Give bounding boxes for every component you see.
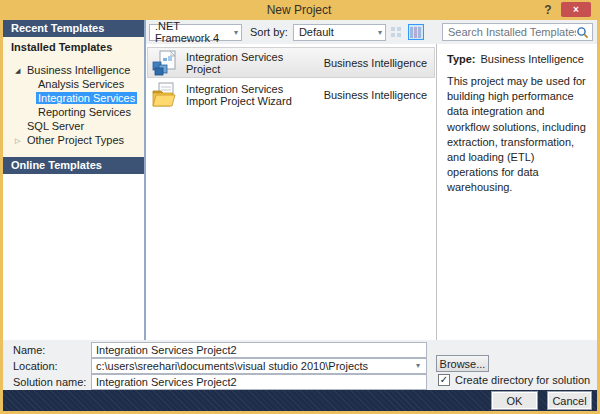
template-name: Integration Services Import Project Wiza… [186,83,315,107]
create-directory-label: Create directory for solution [455,374,590,386]
expander-collapsed-icon[interactable]: ▷ [15,134,20,148]
sidebar-item-recent-templates[interactable]: Recent Templates [3,20,144,37]
sidebar-item-online-templates[interactable]: Online Templates [3,157,144,174]
search-icon[interactable] [576,26,589,39]
import-project-wizard-icon [151,82,177,108]
help-icon[interactable]: ? [535,3,561,17]
tree-item-sql-server[interactable]: SQL Server [3,119,144,133]
small-icons-view-button[interactable] [389,24,405,40]
tree-item-integration-services[interactable]: Integration Services [3,91,144,105]
create-directory-option[interactable]: ✓ Create directory for solution [438,374,590,386]
project-form: Name: Location: ▾ Browse... Solution nam… [3,340,597,390]
medium-icons-view-icon [410,27,421,38]
expander-expanded-icon[interactable]: ◢ [15,64,20,78]
integration-services-project-icon [151,50,177,76]
installed-templates-section: Installed Templates ◢ Business Intellige… [3,37,144,157]
sort-by-label: Sort by: [250,26,288,38]
cancel-button[interactable]: Cancel [547,391,592,410]
location-label: Location: [13,360,58,372]
type-value: Business Intelligence [481,53,584,65]
template-row-import-project-wizard[interactable]: Integration Services Import Project Wiza… [147,79,435,110]
template-category: Business Intelligence [324,89,427,101]
template-toolbar: .NET Framework 4 ▾ Sort by: Default ▾ [146,20,597,44]
template-name: Integration Services Project [186,51,315,75]
template-type-line: Type:Business Intelligence [447,53,587,65]
browse-button[interactable]: Browse... [436,355,489,372]
ok-button[interactable]: OK [491,391,538,410]
title-bar[interactable]: New Project ? × [3,0,597,20]
name-field[interactable] [91,342,427,358]
template-row-integration-services-project[interactable]: Integration Services Project Business In… [147,47,435,78]
search-box [442,23,593,41]
tree-item-analysis-services[interactable]: Analysis Services [3,77,144,91]
framework-dropdown[interactable]: .NET Framework 4 ▾ [149,24,242,41]
tree-item-other-project-types[interactable]: ▷ Other Project Types [3,133,144,147]
close-icon[interactable]: × [561,2,591,17]
sidebar-item-installed-templates[interactable]: Installed Templates [3,37,144,56]
solution-name-field[interactable] [91,374,427,390]
framework-value: .NET Framework 4 [155,20,230,44]
name-label: Name: [13,344,45,356]
medium-icons-view-button[interactable] [408,24,424,40]
tree-item-reporting-services[interactable]: Reporting Services [3,105,144,119]
category-tree: ◢ Business Intelligence Analysis Service… [3,56,144,157]
tree-item-business-intelligence[interactable]: ◢ Business Intelligence [3,63,144,77]
location-field[interactable] [91,358,427,374]
chevron-down-icon: ▾ [234,28,238,37]
template-info-panel: Type:Business Intelligence This project … [437,44,597,340]
sidebar-empty-area [3,174,144,340]
solution-name-label: Solution name: [13,376,86,388]
type-label: Type: [447,53,476,65]
small-icons-view-icon [391,27,402,38]
template-panels: Integration Services Project Business In… [146,44,597,340]
template-description: This project may be used for building hi… [447,74,587,195]
sort-dropdown[interactable]: Default ▾ [293,24,386,41]
location-chevron-down-icon[interactable]: ▾ [411,361,425,370]
main-area: .NET Framework 4 ▾ Sort by: Default ▾ [146,20,597,340]
template-category-sidebar: Recent Templates Installed Templates ◢ B… [3,20,146,340]
chevron-down-icon: ▾ [378,28,382,37]
search-input[interactable] [448,26,576,38]
new-project-dialog: New Project ? × Recent Templates Install… [0,0,600,414]
template-category: Business Intelligence [324,57,427,69]
dialog-content: Recent Templates Installed Templates ◢ B… [3,20,597,340]
dialog-footer: OK Cancel [3,390,597,411]
dialog-title: New Project [3,3,535,17]
template-list: Integration Services Project Business In… [146,44,437,340]
sort-value: Default [299,26,334,38]
checkbox-checked-icon[interactable]: ✓ [438,374,450,386]
